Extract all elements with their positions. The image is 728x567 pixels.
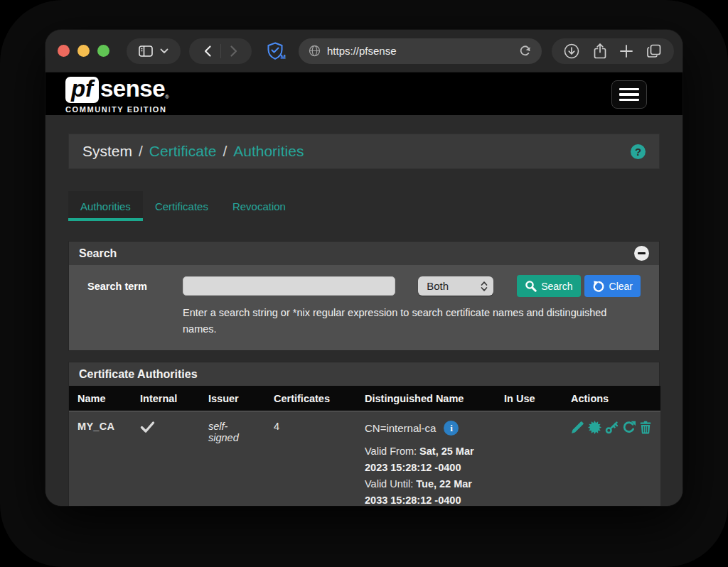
extension-m-badge: M [281,53,287,60]
nav-divider [220,44,221,58]
nav-button-group [189,38,252,64]
select-updown-icon [481,281,488,292]
back-icon[interactable] [201,44,215,58]
ca-in-use [496,411,562,507]
search-button[interactable]: Search [517,275,580,297]
forward-icon[interactable] [226,44,240,58]
delete-ca-icon[interactable] [639,421,652,434]
search-scope-value: Both [427,280,481,292]
ca-issuer: self-signed [200,411,265,507]
browser-toolbar: M https://pfsense [46,30,682,72]
renew-ca-icon[interactable] [622,421,636,434]
logo-pf-box: pf [65,77,99,103]
sidebar-toggle-group[interactable] [127,38,181,64]
search-term-input[interactable] [183,276,395,296]
page-content: System / Certificate / Authorities ? Aut… [46,134,682,506]
tab-bar: Authorities Certificates Revocation [68,191,660,221]
site-header: pf sense ® COMMUNITY EDITION [46,72,682,115]
ca-actions-cell [562,411,660,507]
undo-icon [592,280,605,293]
ca-dn: CN=internal-ca [365,422,436,434]
col-name: Name [69,386,132,411]
menu-hamburger-button[interactable] [611,80,647,109]
breadcrumb-authorities-link[interactable]: Authorities [233,143,304,160]
ca-table-header-row: Name Internal Issuer Certificates Distin… [69,386,660,411]
logo-sense-text: sense [100,77,165,100]
col-internal: Internal [132,386,200,411]
ca-dn-cell: CN=internal-ca i Valid From: Sat, 25 Mar… [356,411,496,507]
ca-name: MY_CA [69,411,132,507]
sidebar-icon [139,45,153,58]
search-panel: Search Search term Both [68,241,660,351]
export-ca-key-icon[interactable] [605,421,619,434]
col-issuer: Issuer [200,386,265,411]
certificate-authorities-panel: Certificate Authorities Name Internal Is… [68,362,660,506]
export-ca-certificate-icon[interactable] [588,421,601,434]
clear-button[interactable]: Clear [584,275,641,297]
col-distinguished-name: Distinguished Name [356,386,496,411]
tab-revocation[interactable]: Revocation [220,191,298,221]
col-in-use: In Use [496,386,562,411]
ca-table-row: MY_CA self-signed 4 CN=internal-ca [69,411,660,507]
ca-internal-cell [132,411,200,507]
col-certificates: Certificates [265,386,356,411]
reload-icon[interactable] [519,45,532,58]
magnifier-icon [525,280,537,292]
logo-registered-mark: ® [165,94,169,100]
ca-cert-count: 4 [265,411,356,507]
ca-valid-dates: Valid From: Sat, 25 Mar 2023 15:28:12 -0… [365,443,487,506]
browser-window: M https://pfsense [46,30,682,506]
tab-overview-icon[interactable] [646,43,663,60]
close-window-button[interactable] [58,45,70,57]
search-panel-body: Search term Both [69,265,659,350]
ca-panel-header: Certificate Authorities [69,362,659,386]
breadcrumb: System / Certificate / Authorities ? [68,134,660,169]
collapse-panel-icon[interactable] [634,246,649,261]
edit-pencil-icon[interactable] [571,421,584,434]
breadcrumb-system: System [82,143,132,160]
url-text: https://pfsense [327,45,397,57]
ca-table: Name Internal Issuer Certificates Distin… [69,386,660,506]
logo-edition-text: COMMUNITY EDITION [65,105,169,114]
pfsense-logo[interactable]: pf sense ® COMMUNITY EDITION [65,77,169,114]
search-scope-select[interactable]: Both [418,276,493,296]
breadcrumb-certificate-link[interactable]: Certificate [149,143,217,160]
info-icon[interactable]: i [444,421,459,436]
downloads-icon[interactable] [563,43,580,60]
window-controls [58,45,109,57]
zoom-window-button[interactable] [97,45,109,57]
col-actions: Actions [562,386,660,411]
globe-icon [309,45,321,57]
new-tab-icon[interactable] [619,44,633,58]
ca-panel-title: Certificate Authorities [79,368,198,381]
help-icon[interactable]: ? [631,144,646,159]
search-panel-title: Search [79,247,117,260]
address-bar[interactable]: https://pfsense [299,38,542,64]
desktop-background: M https://pfsense [0,0,728,567]
toolbar-action-group [552,38,674,64]
extension-shield-icon[interactable]: M [260,38,290,64]
search-term-label: Search term [87,281,183,292]
check-icon [140,421,155,433]
search-panel-header: Search [69,242,659,265]
search-help-text: Enter a search string or *nix regular ex… [183,305,609,338]
tab-certificates[interactable]: Certificates [143,191,220,221]
minimize-window-button[interactable] [77,45,90,57]
chevron-down-icon [160,48,168,54]
share-icon[interactable] [592,43,608,60]
tab-authorities[interactable]: Authorities [68,191,143,221]
